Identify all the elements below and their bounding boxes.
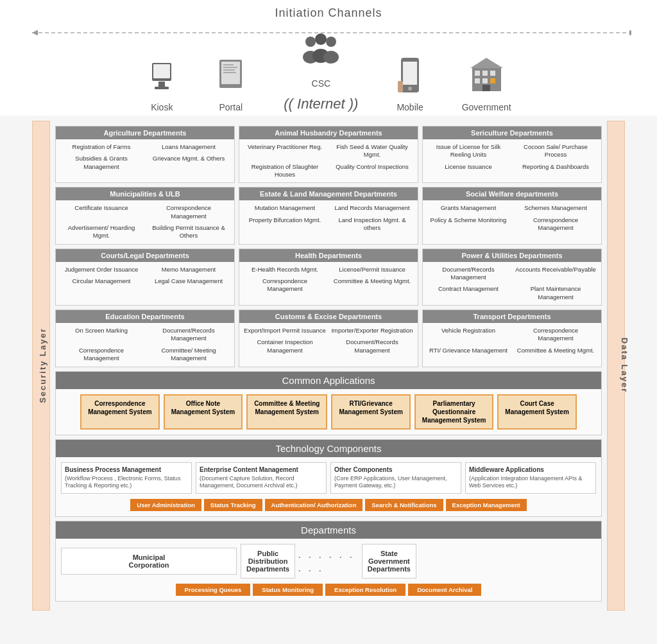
auth-btn[interactable]: Authentication/ Authorization [265,499,363,511]
search-notifications-btn[interactable]: Search & Notifications [365,499,443,511]
dotted-connector: . . . . . . . . . [298,548,359,575]
csc-icon [298,33,344,74]
dept-item: Vehicle Registration [425,326,511,344]
customs-excise-dept-box: Customs & Excise Departments Export/Impo… [239,309,418,367]
state-govt-box: State GovernmentDepartments [362,544,416,579]
education-dept-box: Education Departments On Screen Marking … [55,309,235,367]
common-apps-row: CorrespondenceManagement System Office N… [56,389,601,435]
dept-item: Schemes Management [513,203,599,213]
exception-resolution-btn[interactable]: Exception Resolution [325,584,405,596]
middleware-box: Middleware Applications (Application Int… [465,462,596,494]
dept-item: E-Health Records Mgmt. [242,265,328,275]
user-admin-btn[interactable]: User Administration [130,499,201,511]
dept-item: Land Inspection Mgmt. & others [329,215,415,234]
public-dist-box: Public DistributionDepartments [241,544,295,579]
health-dept-box: Health Departments E-Health Records Mgmt… [239,248,418,306]
svg-rect-28 [490,78,495,83]
bottom-buttons-row: Processing Queues Status Monitoring Exce… [56,581,601,601]
dept-item: Importer/Exporter Registration [329,326,415,336]
status-monitoring-btn[interactable]: Status Monitoring [253,584,323,596]
rti-grievance-app: RTI/GrievanceManagement System [331,394,410,430]
svg-rect-25 [490,71,495,76]
bpm-text: (Workflow Process , Electronic Forms, St… [65,475,188,490]
processing-queues-btn[interactable]: Processing Queues [176,584,251,596]
dept-item: Registration of Slaughter Houses [242,162,328,180]
dept-item: Correspondence Management [58,345,144,364]
dept-item: Fish Seed & Water Quality Mgmt. [329,142,415,161]
dept-item: Memo Management [146,265,232,275]
animal-husbandry-dept-header: Animal Husbandry Departments [239,126,418,139]
transport-dept-box: Transport Departments Vehicle Registrati… [422,309,602,367]
customs-excise-dept-header: Customs & Excise Departments [239,310,418,323]
departments-bottom-section: Departments MunicipalCorporation Public … [55,521,602,602]
power-utilities-dept-header: Power & Utilities Departments [423,249,601,262]
estate-land-dept-header: Estate & Land Management Departments [239,187,418,200]
office-note-app: Office NoteManagement System [164,394,243,430]
dept-item: Document/Records Management [329,337,415,356]
dept-item: Legal Case Management [146,276,232,286]
dept-item: Issue of License for Silk Reeling Units [425,142,511,161]
dept-item: Correspondence Management [146,203,232,222]
dept-item: Veterinary Practitioner Reg. [242,142,328,161]
dept-item: Contract Management [425,284,511,302]
departments-bottom-header: Departments [56,521,601,539]
municipalities-dept-header: Municipalities & ULB [56,187,234,200]
common-applications-section: Common Applications CorrespondenceManage… [55,371,602,435]
dept-item: Plant Maintenance Management [513,284,599,302]
portal-icon [216,58,245,98]
dept-item: RTI/ Grievance Management [425,345,511,356]
kiosk-icon [146,60,178,98]
animal-husbandry-dept-box: Animal Husbandry Departments Veterinary … [239,126,418,183]
other-components-box: Other Components (Core ERP Applications,… [330,462,461,494]
dept-item: Subsidies & Grants Management [58,153,144,172]
exception-mgmt-btn[interactable]: Exception Management [446,499,527,511]
data-layer-label: Data Layer [619,338,629,393]
initiation-title: Initiation Channels [0,6,657,20]
court-case-app: Court CaseManagement System [497,394,576,430]
portal-label: Portal [219,102,243,112]
sericulture-dept-box: Sericulture Departments Issue of License… [422,126,602,183]
csc-channel: CSC (( Internet )) [284,33,358,112]
other-components-title: Other Components [334,466,457,473]
csc-label: CSC [312,78,331,89]
courts-legal-dept-box: Courts/Legal Departments Judgement Order… [55,248,235,306]
departments-grid: Agriculture Departments Registration of … [55,126,602,367]
svg-rect-7 [223,64,234,65]
status-tracking-btn[interactable]: Status Tracking [204,499,262,511]
transport-dept-header: Transport Departments [423,310,601,323]
other-components-text: (Core ERP Applications, User Management,… [334,475,457,490]
dept-item: Property Bifurcation Mgmt. [242,215,328,234]
svg-rect-24 [482,71,488,76]
tech-buttons-row: User Administration Status Tracking Auth… [56,496,601,516]
government-icon [469,57,504,98]
dept-item: Correspondence Management [513,215,599,234]
sericulture-dept-header: Sericulture Departments [423,126,601,139]
dept-item: Circular Management [58,276,144,286]
svg-point-15 [326,37,336,47]
middleware-title: Middleware Applications [469,466,592,473]
portal-channel: Portal [216,58,245,112]
power-utilities-dept-box: Power & Utilities Departments Document/R… [422,248,602,306]
dept-item: Cocoon Sale/ Purchase Process [513,142,599,161]
bpm-title: Business Process Management [65,466,188,473]
svg-rect-4 [155,87,169,89]
channels-row: Kiosk Portal [0,33,657,112]
dept-item: Land Records Management [329,203,415,213]
svg-point-16 [323,51,339,64]
dept-item: Correspondence Management [242,276,328,295]
technology-grid: Business Process Management (Workflow Pr… [56,457,601,496]
initiation-channels-section: Initiation Channels [0,0,657,116]
dept-item: Committee/ Meeting Management [146,345,232,364]
dept-item: Committee & Meeting Mgmt. [329,276,415,295]
mobile-icon [398,57,422,98]
mobile-channel: Mobile [397,57,423,112]
ecm-text: (Document Capture Solution, Record Manag… [200,475,323,490]
municipalities-dept-box: Municipalities & ULB Certificate Issuanc… [55,187,235,244]
dept-item: Accounts Receivable/Payable [513,265,599,283]
dept-item: Loans Management [146,142,232,152]
svg-rect-2 [153,64,170,78]
dept-item: Grievance Mgmt. & Others [146,153,232,172]
security-layer-label: Security Layer [38,328,47,404]
departments-bottom-grid: MunicipalCorporation Public Distribution… [56,539,601,581]
document-archival-btn[interactable]: Document Archival [408,584,481,596]
